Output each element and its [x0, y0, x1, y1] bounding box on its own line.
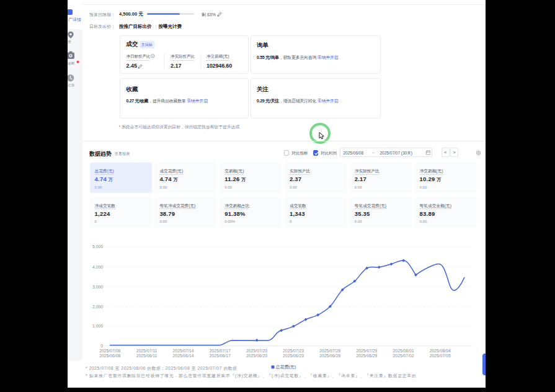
svg-text:2025/06/23: 2025/06/23: [283, 354, 304, 358]
svg-text:2025/07/20: 2025/07/20: [246, 349, 267, 353]
svg-text:2025/07/11: 2025/07/11: [136, 349, 158, 353]
svg-text:2025/07/26: 2025/07/26: [319, 349, 340, 353]
svg-text:2025/07/17: 2025/07/17: [210, 349, 231, 353]
svg-text:2025/06/14: 2025/06/14: [173, 354, 194, 358]
svg-text:2025/06/29: 2025/06/29: [356, 354, 377, 358]
svg-text:2025/06/11: 2025/06/11: [136, 354, 158, 358]
svg-text:2025/07/08: 2025/07/08: [99, 349, 120, 353]
svg-text:2,000: 2,000: [92, 305, 103, 309]
svg-text:2025/07/23: 2025/07/23: [283, 349, 304, 353]
svg-text:2025/06/26: 2025/06/26: [319, 354, 340, 358]
svg-text:总花费(元): 总花费(元): [275, 365, 296, 369]
svg-text:2025/07/29: 2025/07/29: [356, 349, 377, 353]
svg-text:2025/06/17: 2025/06/17: [210, 354, 231, 358]
svg-text:1,000: 1,000: [92, 324, 103, 328]
svg-text:2025/06/08: 2025/06/08: [99, 354, 120, 358]
svg-text:0: 0: [100, 344, 103, 348]
svg-text:2025/08/04: 2025/08/04: [430, 349, 451, 353]
svg-text:2025/07/02: 2025/07/02: [393, 354, 414, 358]
svg-text:2025/08/01: 2025/08/01: [393, 349, 414, 353]
svg-text:2025/07/05: 2025/07/05: [430, 354, 451, 358]
svg-text:2025/06/20: 2025/06/20: [246, 354, 267, 358]
svg-text:2025/07/14: 2025/07/14: [173, 349, 194, 353]
svg-text:3,000: 3,000: [92, 285, 103, 289]
svg-text:4,000: 4,000: [92, 265, 103, 269]
svg-text:5,000: 5,000: [92, 244, 103, 249]
